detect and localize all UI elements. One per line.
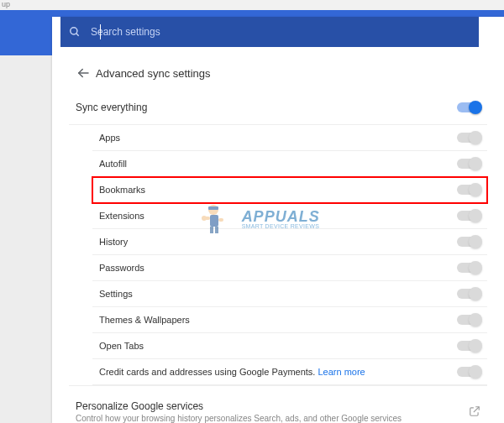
- sync-option-toggle[interactable]: [457, 315, 480, 325]
- sync-option-toggle[interactable]: [457, 159, 480, 169]
- sync-option-settings: Settings: [92, 281, 487, 307]
- sync-option-label: Bookmarks: [99, 185, 457, 195]
- service-title: Personalize Google services: [76, 400, 469, 412]
- sync-option-label: Settings: [99, 289, 457, 299]
- sync-option-label: Extensions: [99, 211, 457, 221]
- sync-option-toggle[interactable]: [457, 211, 480, 221]
- sync-option-toggle[interactable]: [457, 185, 480, 195]
- sync-option-toggle[interactable]: [457, 133, 480, 143]
- sync-option-bookmarks: Bookmarks: [92, 177, 487, 203]
- search-field[interactable]: [60, 17, 479, 47]
- service-row-0[interactable]: Personalize Google servicesControl how y…: [69, 385, 487, 423]
- back-button[interactable]: [71, 65, 96, 81]
- sync-option-history: History: [92, 229, 487, 255]
- sync-option-label: Themes & Wallpapers: [99, 315, 457, 325]
- sync-option-label: Apps: [99, 133, 457, 143]
- settings-card: Advanced sync settings Sync everything A…: [52, 17, 504, 423]
- sync-option-open-tabs: Open Tabs: [92, 333, 487, 359]
- sync-option-label: Autofill: [99, 159, 457, 169]
- sync-everything-row: Sync everything: [69, 91, 487, 125]
- arrow-left-icon: [76, 65, 91, 81]
- page-title: Advanced sync settings: [96, 67, 211, 80]
- search-icon: [60, 26, 89, 38]
- sync-option-themes-wallpapers: Themes & Wallpapers: [92, 307, 487, 333]
- service-subtitle: Control how your browsing history person…: [76, 414, 469, 423]
- sync-option-label: Passwords: [99, 263, 457, 273]
- page-titlebar: Advanced sync settings: [52, 55, 504, 91]
- sync-option-apps: Apps: [92, 125, 487, 151]
- sync-option-extensions: Extensions: [92, 203, 487, 229]
- sync-option-autofill: Autofill: [92, 151, 487, 177]
- sync-option-toggle[interactable]: [457, 263, 480, 273]
- sync-option-label: History: [99, 237, 457, 247]
- sync-option-toggle[interactable]: [457, 367, 480, 377]
- sync-everything-toggle[interactable]: [457, 102, 480, 112]
- search-input[interactable]: [89, 25, 479, 39]
- browser-active-tab[interactable]: up: [0, 0, 17, 9]
- learn-more-link[interactable]: Learn more: [318, 367, 365, 377]
- sync-option-toggle[interactable]: [457, 341, 480, 351]
- open-external-icon: [469, 405, 480, 417]
- text-caret: [100, 24, 101, 39]
- sync-option-label: Open Tabs: [99, 341, 457, 351]
- sync-option-credit-cards-and-addresses-using-google-payments: Credit cards and addresses using Google …: [92, 359, 487, 385]
- sync-option-toggle[interactable]: [457, 237, 480, 247]
- svg-point-0: [71, 28, 77, 34]
- svg-line-1: [76, 34, 79, 36]
- sync-option-passwords: Passwords: [92, 255, 487, 281]
- sync-option-toggle[interactable]: [457, 289, 480, 299]
- sync-option-label: Credit cards and addresses using Google …: [99, 367, 457, 377]
- sync-everything-label: Sync everything: [76, 102, 457, 113]
